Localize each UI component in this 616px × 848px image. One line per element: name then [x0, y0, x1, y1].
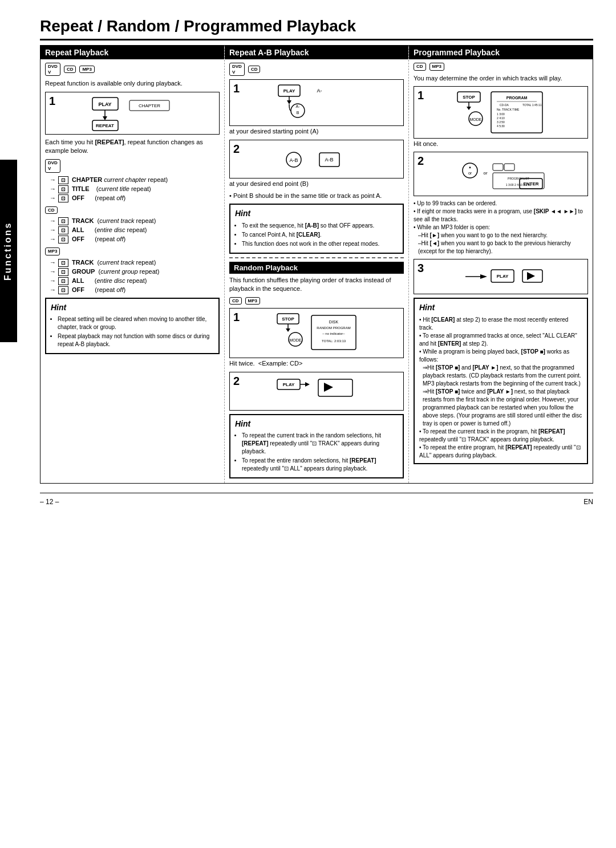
- programmed-header: Programmed Playback: [409, 46, 593, 59]
- svg-text:CHAPTER: CHAPTER: [139, 103, 160, 108]
- random-hint-box: Hint To repeat the current track in the …: [229, 414, 404, 479]
- programmed-col: Programmed Playback CD MP3 You may deter…: [409, 46, 593, 483]
- repeat-hint-item-1: Repeat setting will be cleared when movi…: [58, 315, 214, 331]
- ab-step2-caption: at your desired end point (B): [229, 180, 404, 188]
- svg-text:A-B: A-B: [289, 157, 298, 163]
- ab-step1-caption: at your desired starting point (A): [229, 127, 404, 136]
- svg-text:PLAY: PLAY: [282, 382, 294, 387]
- prog-note-3: • While an MP3 folder is open:: [414, 224, 588, 232]
- svg-text:1   3:00: 1 3:00: [497, 112, 505, 116]
- random-hint-list: To repeat the current track in the rando…: [235, 432, 398, 473]
- svg-text:CD-DA: CD-DA: [500, 103, 509, 107]
- svg-text:STOP: STOP: [463, 95, 475, 100]
- svg-marker-11: [287, 100, 291, 104]
- prog-hint-2: • To erase all programmed tracks at once…: [419, 332, 582, 348]
- random-hint-2: To repeat the entire random selections, …: [242, 457, 398, 473]
- random-hint-1: To repeat the current track in the rando…: [242, 432, 398, 456]
- prog-hint-7: • To repeat the entire program, hit [REP…: [419, 444, 582, 460]
- svg-text:3   2:50: 3 2:50: [497, 120, 505, 124]
- functions-sidebar: Functions: [0, 160, 17, 342]
- svg-text:▲: ▲: [468, 165, 472, 169]
- mp3-all-item: → ⊡ ALL (entire disc repeat): [50, 277, 220, 285]
- svg-text:B: B: [297, 111, 299, 115]
- ab-hint-3: This function does not work in the other…: [242, 240, 398, 248]
- ab-hint-box: Hint To exit the sequence, hit [A-B] so …: [229, 204, 404, 254]
- prog-hint-box: Hint • Hit [CLEAR] at step 2) to erase t…: [414, 298, 588, 464]
- mp3-off-item: → ⊡ OFF (repeat off): [50, 286, 220, 294]
- random-step2-num: 2: [233, 375, 240, 388]
- svg-text:TOTAL: 2:03:13: TOTAL: 2:03:13: [321, 339, 346, 343]
- random-step1: 1 STOP MODE: [229, 308, 404, 368]
- ab-step1-num: 1: [233, 82, 240, 95]
- prog-step2-num: 2: [418, 155, 424, 168]
- prog-note-4: –Hit [►] when you want to go to the next…: [418, 232, 588, 240]
- step1-num: 1: [49, 95, 55, 108]
- ab-hint-1: To exit the sequence, hit [A-B] so that …: [242, 222, 398, 230]
- svg-text:PROGRAM: PROGRAM: [506, 96, 527, 100]
- repeat-ab-icons: DVDV CD: [229, 63, 404, 76]
- prog-cd-icon: CD: [414, 63, 426, 71]
- repeat-ab-col: Repeat A-B Playback DVDV CD 1 PLAY: [225, 46, 409, 483]
- svg-text:A-: A-: [317, 88, 322, 94]
- prog-notes: • Up to 99 tracks can be ordered. • If e…: [414, 200, 588, 255]
- prog-step3: 3 PLAY: [414, 259, 588, 294]
- language-code: EN: [583, 498, 593, 506]
- prog-step2-diagram: ▲ or or ENTER PROGRAM LIST 1 3:00 2: [454, 155, 548, 193]
- repeat-playback-header: Repeat Playback: [40, 46, 224, 59]
- ab-step2-diagram: A-B A-B: [274, 143, 359, 176]
- svg-text:PROGRAM LIST: PROGRAM LIST: [508, 177, 529, 180]
- svg-marker-34: [305, 382, 310, 387]
- programmed-intro: You may determine the order in which tra…: [414, 74, 588, 83]
- random-hint-title: Hint: [235, 419, 398, 430]
- svg-text:MODE: MODE: [289, 338, 301, 342]
- random-cd-icon: CD: [229, 297, 242, 305]
- svg-marker-65: [480, 274, 487, 279]
- random-step2: 2 PLAY: [229, 372, 404, 411]
- programmed-icons: CD MP3: [414, 63, 588, 71]
- prog-step1: 1 STOP MODE PROGRAM: [414, 86, 588, 148]
- ab-step1: 1 PLAY A- B: [229, 79, 404, 136]
- ab-note1: • Point B should be in the same title or…: [229, 192, 404, 200]
- svg-text:PLAY: PLAY: [98, 102, 111, 107]
- cd-section-icon: CD: [45, 206, 58, 214]
- repeat-dvd-list: DVDV → ⊡ CHAPTER current chapter repeat)…: [45, 159, 220, 202]
- repeat-mp3-list: MP3 → ⊡ TRACK (current track repeat) → ⊡…: [45, 247, 220, 294]
- repeat-hint-box: Hint Repeat setting will be cleared when…: [45, 298, 220, 355]
- prog-mp3-icon: MP3: [429, 63, 444, 71]
- repeat-intro: Repeat function is available only during…: [45, 79, 220, 88]
- mp3-icon: MP3: [79, 66, 94, 74]
- cd-ab-icon: CD: [248, 66, 261, 74]
- random-step1-num: 1: [233, 311, 240, 324]
- prog-hint-5: ⇒Hit [STOP ■] twice and [PLAY ►] next, s…: [423, 388, 582, 428]
- repeat-hint-list: Repeat setting will be cleared when movi…: [51, 315, 214, 348]
- repeat-ab-header: Repeat A-B Playback: [225, 46, 408, 59]
- svg-text:STOP: STOP: [282, 317, 294, 322]
- prog-step1-caption: Hit once.: [414, 140, 588, 148]
- repeat-cd-list: CD → ⊡ TRACK (current track repeat) → ⊡ …: [45, 206, 220, 244]
- random-mp3-icon: MP3: [245, 297, 260, 305]
- repeat-step1-diagram: PLAY REPEAT CHAPTER: [87, 95, 178, 132]
- svg-text:No. TRACK TIME: No. TRACK TIME: [497, 108, 520, 111]
- dvd-ab-icon: DVDV: [229, 63, 245, 76]
- mp3-section-icon: MP3: [45, 247, 60, 255]
- random-step1-diagram: STOP MODE DISK RANDOM PROGRAM – no indi: [273, 311, 361, 355]
- ab-step2-num: 2: [233, 143, 240, 156]
- bottom-bar: – 12 – EN: [40, 493, 593, 506]
- dvd-title-item: → ⊡ TITLE (current title repeat): [50, 185, 220, 193]
- prog-hint-6: • To repeat the current track in the pro…: [419, 428, 582, 444]
- col2-divider: [229, 257, 404, 258]
- dvd-chapter-item: → ⊡ CHAPTER current chapter repeat): [50, 176, 220, 184]
- svg-text:REPEAT: REPEAT: [96, 123, 114, 128]
- ab-step2: 2 A-B A-B at your desired end point (B): [229, 140, 404, 188]
- svg-rect-35: [318, 379, 352, 396]
- svg-marker-40: [467, 107, 471, 110]
- ab-hint-2: To cancel Point A, hit [CLEAR].: [242, 231, 398, 239]
- svg-text:or: or: [468, 171, 472, 175]
- page-title: Repeat / Random / Programmed Playback: [40, 17, 593, 40]
- prog-step1-diagram: STOP MODE PROGRAM CD-DA TOTAL 1:45:: [454, 89, 548, 136]
- prog-hint-4: ⇒Hit [STOP ■] and [PLAY ►] next, so that…: [423, 364, 582, 388]
- prog-note-1: • Up to 99 tracks can be ordered.: [414, 200, 588, 208]
- prog-hint-content: • Hit [CLEAR] at step 2) to erase the mo…: [419, 316, 582, 460]
- dvd-section-icon: DVDV: [45, 159, 60, 172]
- svg-text:A-: A-: [296, 104, 301, 108]
